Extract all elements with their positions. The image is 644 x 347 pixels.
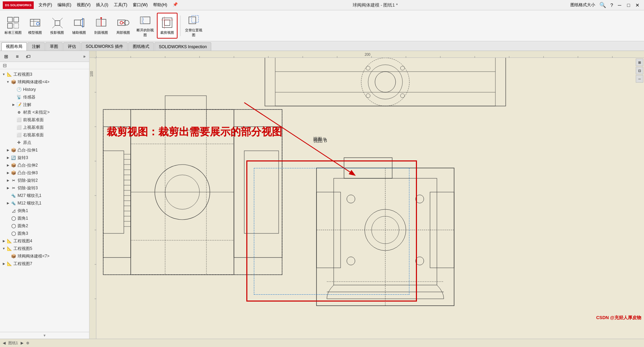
tree-label-sensor: 传感器 <box>23 94 35 100</box>
tree-item-model4[interactable]: ▼ 📦 球阀阀体建模<4> <box>0 78 89 86</box>
tree-icon-sensor: 📡 <box>16 94 22 100</box>
fit-view-button[interactable]: ⊡ <box>636 67 643 74</box>
tree-label-model4: 球阀阀体建模<4> <box>18 79 50 85</box>
svg-rect-2 <box>8 23 12 28</box>
auxiliary-view-button[interactable]: 辅助视图 <box>69 13 89 39</box>
svg-rect-33 <box>189 17 196 24</box>
tree-item-fillet1[interactable]: ◯ 圆角1 <box>0 214 89 222</box>
section-view-button[interactable]: 剖面视图 <box>91 13 111 39</box>
arrow-boss3: ▶ <box>6 170 10 175</box>
tree-item-engineering-view5[interactable]: ▼ 📐 工程视图5 <box>0 245 89 252</box>
crop-view-button[interactable]: 裁剪视图 <box>157 13 178 39</box>
tree-item-boss-extrude2[interactable]: ▶ 📦 凸台-拉伸2 <box>0 161 89 169</box>
normal-view-button[interactable]: ⊞ <box>636 59 643 66</box>
tree-item-chamfer1[interactable]: ◿ 倒角1 <box>0 207 89 214</box>
minimize-button[interactable]: ─ <box>616 1 623 9</box>
tree-item-history[interactable]: 🕐 History <box>0 86 89 93</box>
arrow-cut-revolve3: ▶ <box>6 186 10 190</box>
title-bar-left: DS SOLIDWORKS 文件(F) 编辑(E) 视图(V) 插入(I) 工具… <box>3 1 180 9</box>
tree-icon-model7: 📦 <box>10 253 17 259</box>
alternate-view-button[interactable]: 交替位置视图 <box>183 13 204 39</box>
tab-sw-inspection[interactable]: SOLIDWORKS Inspection <box>154 42 211 51</box>
tree-item-annotation[interactable]: ▶ 📝 注解 <box>0 101 89 108</box>
crop-view-blue-dashed <box>254 168 409 295</box>
menu-help[interactable]: 帮助(H) <box>151 1 169 9</box>
expand-arrow-view5: ▼ <box>1 246 6 251</box>
menu-view[interactable]: 视图(V) <box>75 1 93 9</box>
arrow-boss2: ▶ <box>6 163 10 168</box>
menu-pin[interactable]: 📌 <box>171 1 180 9</box>
tree-item-material[interactable]: ⚙ 材质 <未指定> <box>0 108 89 116</box>
tab-sketch[interactable]: 草图 <box>45 42 63 51</box>
search-icon[interactable]: 🔍 <box>599 2 606 8</box>
tree-item-origin[interactable]: ✛ 原点 <box>0 139 89 146</box>
expand-arrow-model4: ▼ <box>6 80 10 84</box>
tree-icon-top-plane: ⬜ <box>16 124 22 130</box>
tab-annotation[interactable]: 注解 <box>28 42 45 51</box>
tree-icon-fillet2: ◯ <box>10 223 17 229</box>
detail-view-label: 局部视图 <box>116 30 130 35</box>
tree-label-view5: 工程视图5 <box>13 246 32 252</box>
projection-view-icon <box>51 17 63 29</box>
broken-section-view-button[interactable]: 断开的剖视图 <box>135 13 155 39</box>
prev-sheet-button[interactable]: ◀ <box>3 341 6 345</box>
tree-item-m12-hole[interactable]: ▶ 🔩 M12 螺纹孔1 <box>0 199 89 207</box>
svg-text:100: 100 <box>90 71 94 77</box>
tree-item-right-plane[interactable]: ⬜ 右视基准面 <box>0 131 89 139</box>
detail-view-icon <box>117 17 129 29</box>
tree-item-engineering-view7[interactable]: ▶ 📐 工程视图7 <box>0 260 89 267</box>
broken-section-icon <box>139 14 151 27</box>
svg-rect-8 <box>55 21 60 25</box>
svg-rect-0 <box>8 17 12 22</box>
add-sheet-button[interactable]: ⊕ <box>26 341 29 345</box>
tree-item-model7[interactable]: 📦 球阀阀体建模<7> <box>0 252 89 260</box>
detail-view-button[interactable]: 局部视图 <box>113 13 133 39</box>
title-bar-right: 图纸格式大小 🔍 ? ─ □ ✕ <box>570 1 641 9</box>
tree-icon-view4: 📐 <box>6 238 12 244</box>
tab-evaluate[interactable]: 评估 <box>63 42 80 51</box>
tab-sheet-format[interactable]: 图纸格式 <box>128 42 154 51</box>
tree-item-engineering-view3[interactable]: ▼ 📐 工程视图3 <box>0 71 89 78</box>
next-sheet-button[interactable]: ▶ <box>21 341 23 345</box>
tree-item-cut-revolve3[interactable]: ▶ ✂ 切除-旋转3 <box>0 184 89 192</box>
expand-arrow-view3: ▼ <box>1 72 6 77</box>
tree-icon-revolve3: 🔄 <box>10 155 17 161</box>
tab-sw-plugins[interactable]: SOLIDWORKS 插件 <box>81 42 128 51</box>
tree-item-cut-revolve2[interactable]: ▶ ✂ 切除-旋转2 <box>0 177 89 184</box>
sidebar-tag-button[interactable]: 🏷 <box>23 52 33 61</box>
tree-item-boss-extrude3[interactable]: ▶ 📦 凸台-拉伸3 <box>0 169 89 177</box>
drawing-canvas[interactable]: 视图 B <box>96 58 644 330</box>
tree-icon-m27: 🔩 <box>10 192 17 199</box>
tab-view-layout[interactable]: 视图布局 <box>1 42 27 51</box>
standard-three-view-button[interactable]: 标准三视图 <box>3 13 23 39</box>
arrow-m12: ▶ <box>6 201 10 206</box>
menu-insert[interactable]: 插入(I) <box>94 1 110 9</box>
minimize-view-button[interactable]: ─ <box>636 75 643 83</box>
svg-line-9 <box>52 18 55 21</box>
tree-item-engineering-view4[interactable]: ▶ 📐 工程视图4 <box>0 237 89 245</box>
projection-view-button[interactable]: 投影视图 <box>47 13 67 39</box>
maximize-button[interactable]: □ <box>625 1 632 9</box>
sidebar-list-button[interactable]: ≡ <box>12 52 22 61</box>
tree-item-boss-extrude1[interactable]: ▶ 📦 凸台-拉伸1 <box>0 146 89 154</box>
tree-item-fillet2[interactable]: ◯ 圆角2 <box>0 222 89 230</box>
svg-point-25 <box>120 21 123 24</box>
menu-file[interactable]: 文件(F) <box>36 1 54 9</box>
sidebar-grid-button[interactable]: ⊞ <box>1 52 11 61</box>
tree-item-m27-hole[interactable]: 🔩 M27 螺纹孔1 <box>0 192 89 199</box>
menu-window[interactable]: 窗口(W) <box>131 1 150 9</box>
tree-item-top-plane[interactable]: ⬜ 上视基准面 <box>0 124 89 131</box>
scroll-down-icon[interactable]: ▼ <box>43 334 46 337</box>
model-view-button[interactable]: 模型视图 <box>25 13 45 39</box>
tree-item-sensor[interactable]: 📡 传感器 <box>0 93 89 101</box>
menu-tools[interactable]: 工具(T) <box>112 1 129 9</box>
help-icon[interactable]: ? <box>610 2 613 8</box>
menu-edit[interactable]: 编辑(E) <box>55 1 73 9</box>
drawing-area[interactable]: 200 <box>89 51 644 339</box>
close-button[interactable]: ✕ <box>634 1 641 9</box>
tree-item-front-plane[interactable]: ⬜ 前视基准面 <box>0 116 89 124</box>
sidebar-expand-button[interactable]: » <box>81 53 88 60</box>
tree-item-revolve3[interactable]: ▶ 🔄 旋转3 <box>0 154 89 161</box>
tree-item-fillet3[interactable]: ◯ 圆角3 <box>0 230 89 237</box>
tree-label-view4: 工程视图4 <box>13 238 32 244</box>
